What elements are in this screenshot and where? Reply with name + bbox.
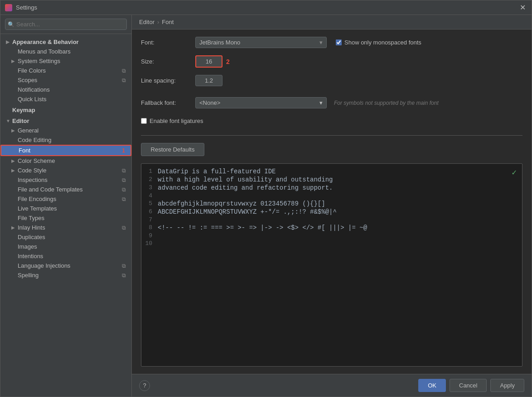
line-number: 1 [141, 168, 158, 175]
line-number: 9 [141, 232, 158, 239]
sidebar-item-file-encodings[interactable]: File Encodings ⧉ [0, 194, 131, 204]
sidebar-item-label: Appearance & Behavior [12, 39, 79, 45]
show-monospaced-label[interactable]: Show only monospaced fonts [336, 39, 421, 46]
code-preview: ✓ 1 DataGrip is a full-featured IDE 2 wi… [141, 163, 522, 367]
sidebar-item-editor[interactable]: ▼ Editor [0, 115, 131, 126]
line-spacing-input[interactable] [195, 75, 222, 86]
sidebar-item-general[interactable]: ▶ General [0, 126, 131, 135]
panel-content: Font: JetBrains Mono ▾ Show only monospa… [132, 29, 532, 374]
line-number: 8 [141, 224, 158, 231]
close-button[interactable]: ✕ [518, 3, 527, 12]
sidebar-item-color-scheme[interactable]: ▶ Color Scheme [0, 156, 131, 166]
line-spacing-row: Line spacing: [141, 75, 522, 86]
sidebar-item-file-types[interactable]: File Types [0, 213, 131, 223]
line-number: 4 [141, 192, 158, 199]
sidebar-item-label: Font [19, 147, 30, 154]
font-dropdown[interactable]: JetBrains Mono ▾ [195, 37, 327, 48]
sidebar-item-intentions[interactable]: Intentions [0, 251, 131, 261]
line-content: ABCDEFGHIJKLMNOPQRSTUVWXYZ +-*/= .,;:!? … [158, 208, 337, 216]
code-line: 3 advanced code editing and refactoring … [141, 184, 522, 192]
breadcrumb: Editor › Font [132, 15, 532, 29]
sidebar-item-live-templates[interactable]: Live Templates [0, 204, 131, 213]
sidebar-item-code-editing[interactable]: Code Editing [0, 135, 131, 145]
line-number: 6 [141, 208, 158, 215]
sidebar-item-label: Quick Lists [18, 96, 47, 103]
breadcrumb-editor: Editor [139, 19, 155, 25]
sidebar-item-label: Notifications [18, 86, 50, 93]
sidebar-item-keymap[interactable]: Keymap [0, 104, 131, 115]
sidebar-item-images[interactable]: Images [0, 242, 131, 251]
line-content: <!-- -- != := === >= >- => |-> -> <$> </… [158, 224, 367, 231]
font-label: Font: [141, 39, 195, 46]
sidebar-item-duplicates[interactable]: Duplicates [0, 232, 131, 242]
arrow-icon: ▶ [11, 128, 18, 133]
sidebar-item-label: Images [18, 243, 37, 250]
line-number: 10 [141, 240, 158, 247]
arrow-icon: ▶ [6, 39, 12, 44]
sidebar-item-notifications[interactable]: Notifications [0, 85, 131, 94]
font-dropdown-value: JetBrains Mono [199, 39, 240, 46]
breadcrumb-separator: › [157, 19, 159, 25]
sidebar-item-file-colors[interactable]: File Colors ⧉ [0, 66, 131, 75]
badge-icon: ⧉ [122, 186, 126, 193]
sidebar-item-menus-toolbars[interactable]: Menus and Toolbars [0, 47, 131, 56]
sidebar-item-label: General [18, 127, 39, 134]
show-monospaced-checkbox[interactable] [336, 39, 342, 45]
sidebar-item-label: File Colors [18, 67, 46, 74]
badge-icon: ⧉ [122, 177, 126, 183]
code-line: 5 abcdefghijklmnopqrstuvwxyz 0123456789 … [141, 200, 522, 208]
sidebar-item-spelling[interactable]: Spelling ⧉ [0, 270, 131, 280]
sidebar-item-quick-lists[interactable]: Quick Lists [0, 94, 131, 104]
sidebar-item-inspections[interactable]: Inspections ⧉ [0, 175, 131, 185]
sidebar-item-scopes[interactable]: Scopes ⧉ [0, 75, 131, 85]
sidebar: 🔍 ▶ Appearance & Behavior Menus and Tool… [0, 15, 132, 397]
sidebar-item-label: Editor [12, 118, 29, 124]
sidebar-item-code-style[interactable]: ▶ Code Style ⧉ [0, 166, 131, 175]
sidebar-item-label: Inspections [18, 176, 48, 183]
settings-window: Settings ✕ 🔍 ▶ Appearance & Behavior Men [0, 0, 532, 397]
ligatures-checkbox[interactable] [141, 118, 147, 124]
arrow-icon: ▶ [11, 225, 18, 230]
line-number: 7 [141, 216, 158, 223]
sidebar-item-label: Live Templates [18, 205, 57, 212]
size-row: Size: 2 [141, 55, 522, 68]
app-icon [5, 4, 12, 11]
window-title: Settings [16, 4, 518, 11]
search-icon: 🔍 [8, 21, 15, 28]
code-line: 2 with a high level of usability and out… [141, 176, 522, 184]
sidebar-item-label: System Settings [18, 58, 60, 64]
search-input[interactable] [5, 19, 127, 30]
size-label: Size: [141, 58, 195, 65]
main-content: 🔍 ▶ Appearance & Behavior Menus and Tool… [0, 15, 532, 397]
help-button[interactable]: ? [139, 380, 150, 391]
sidebar-item-font[interactable]: Font 1 [0, 145, 131, 156]
apply-button[interactable]: Apply [490, 379, 524, 392]
ligatures-row: Enable font ligatures [141, 118, 522, 124]
arrow-icon: ▶ [11, 59, 18, 64]
line-content: with a high level of usability and outst… [158, 176, 333, 183]
ligatures-label[interactable]: Enable font ligatures [141, 118, 203, 124]
restore-defaults-button[interactable]: Restore Defaults [141, 143, 204, 156]
badge-icon: ⧉ [122, 196, 126, 202]
fallback-dropdown[interactable]: <None> ▾ [195, 97, 327, 108]
bottom-bar: ? OK Cancel Apply [132, 374, 532, 397]
line-content: abcdefghijklmnopqrstuvwxyz 0123456789 ()… [158, 200, 325, 207]
font-row: Font: JetBrains Mono ▾ Show only monospa… [141, 37, 522, 48]
code-line: 1 DataGrip is a full-featured IDE [141, 167, 522, 176]
line-number: 3 [141, 184, 158, 191]
change-badge: 1 [122, 147, 125, 154]
sidebar-item-appearance-behavior[interactable]: ▶ Appearance & Behavior [0, 36, 131, 47]
sidebar-item-file-code-templates[interactable]: File and Code Templates ⧉ [0, 185, 131, 194]
size-input[interactable] [195, 55, 222, 68]
separator [141, 135, 522, 136]
sidebar-item-label: Code Style [18, 167, 47, 174]
right-panel: Editor › Font Font: JetBrains Mono ▾ Sho… [132, 15, 532, 397]
sidebar-item-system-settings[interactable]: ▶ System Settings [0, 56, 131, 66]
sidebar-item-inlay-hints[interactable]: ▶ Inlay Hints ⧉ [0, 223, 131, 232]
sidebar-item-language-injections[interactable]: Language Injections ⧉ [0, 261, 131, 270]
ok-button[interactable]: OK [418, 379, 446, 392]
search-box: 🔍 [0, 15, 131, 34]
dropdown-arrow-icon: ▾ [319, 39, 323, 46]
cancel-button[interactable]: Cancel [450, 379, 487, 392]
sidebar-item-label: Duplicates [18, 234, 45, 240]
